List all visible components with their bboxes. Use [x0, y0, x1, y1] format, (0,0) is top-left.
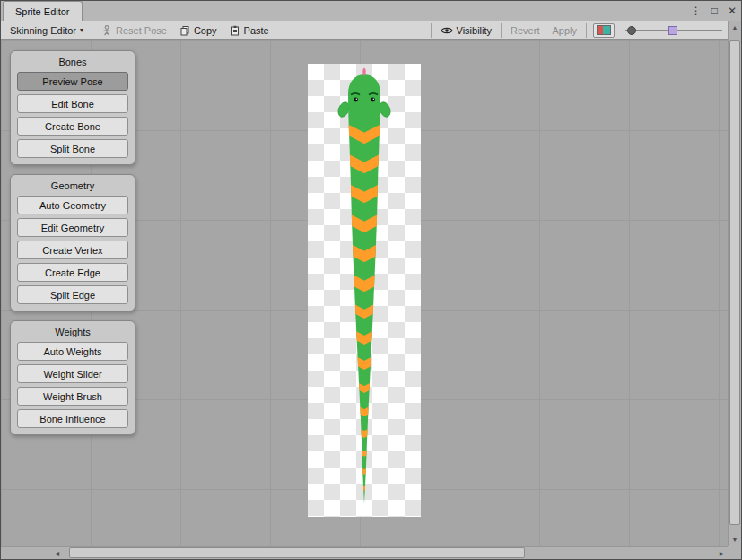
chevron-down-icon: ▾ — [80, 26, 83, 34]
maximize-icon[interactable]: □ — [711, 5, 718, 16]
titlebar-controls: ⋮ □ ✕ — [691, 1, 737, 21]
scroll-up-icon[interactable]: ▲ — [729, 21, 741, 33]
auto-geometry-button[interactable]: Auto Geometry — [17, 196, 128, 214]
skinning-editor-label: Skinning Editor — [10, 25, 76, 36]
sprite-texture-area[interactable] — [308, 64, 421, 517]
split-bone-button[interactable]: Split Bone — [17, 139, 128, 158]
snake-sprite — [308, 64, 421, 517]
tab-title: Sprite Editor — [15, 6, 70, 17]
split-edge-button[interactable]: Split Edge — [17, 285, 128, 304]
skinning-editor-dropdown[interactable]: Skinning Editor ▾ — [4, 22, 89, 39]
sprite-editor-window: Sprite Editor ⋮ □ ✕ Skinning Editor ▾ Re… — [0, 0, 742, 560]
sprite-color-icon — [597, 25, 611, 35]
bone-influence-button[interactable]: Bone Influence — [17, 409, 128, 428]
toolbar-separator — [431, 23, 432, 38]
horizontal-scrollbar[interactable]: ◄ ► — [1, 546, 728, 559]
sprite-color-button[interactable] — [593, 23, 615, 38]
copy-button[interactable]: Copy — [173, 22, 223, 39]
toolbar-left-group: Skinning Editor ▾ Reset Pose Copy — [4, 21, 275, 39]
toolbar-separator — [586, 23, 587, 38]
apply-button[interactable]: Apply — [546, 22, 583, 39]
close-icon[interactable]: ✕ — [728, 5, 737, 16]
paste-button[interactable]: Paste — [223, 22, 275, 39]
reset-pose-icon — [101, 25, 112, 36]
revert-label: Revert — [511, 25, 539, 36]
panel-bones: Bones Preview Pose Edit Bone Create Bone… — [10, 50, 135, 165]
panel-geometry: Geometry Auto Geometry Edit Geometry Cre… — [10, 174, 135, 311]
panel-bones-title: Bones — [11, 54, 135, 72]
vertical-scrollbar[interactable]: ▲ ▼ — [728, 21, 741, 546]
sprite-canvas[interactable]: Bones Preview Pose Edit Bone Create Bone… — [1, 40, 728, 546]
scroll-left-icon[interactable]: ◄ — [51, 547, 64, 559]
toolbar-right-group: Visibility Revert Apply — [428, 21, 724, 39]
create-vertex-button[interactable]: Create Vertex — [17, 241, 128, 259]
opacity-slider[interactable] — [624, 22, 724, 39]
panel-weights-title: Weights — [11, 324, 135, 342]
toolbar-separator — [501, 23, 502, 38]
scroll-down-icon[interactable]: ▼ — [729, 533, 741, 546]
edit-geometry-button[interactable]: Edit Geometry — [17, 218, 128, 237]
create-bone-button[interactable]: Create Bone — [17, 117, 128, 136]
weight-brush-button[interactable]: Weight Brush — [17, 387, 128, 406]
titlebar: Sprite Editor ⋮ □ ✕ — [1, 1, 741, 21]
apply-label: Apply — [552, 25, 577, 36]
scroll-right-icon[interactable]: ► — [715, 547, 728, 559]
copy-icon — [179, 25, 190, 36]
eye-icon — [441, 26, 453, 35]
weight-slider-button[interactable]: Weight Slider — [17, 364, 128, 383]
slider-purple-handle[interactable] — [668, 26, 677, 35]
visibility-toggle[interactable]: Visibility — [434, 22, 499, 39]
paste-label: Paste — [244, 25, 269, 36]
panel-geometry-title: Geometry — [11, 178, 135, 196]
panel-weights: Weights Auto Weights Weight Slider Weigh… — [10, 320, 135, 435]
visibility-label: Visibility — [457, 25, 493, 36]
preview-pose-button[interactable]: Preview Pose — [17, 72, 128, 91]
slider-knob[interactable] — [627, 26, 636, 35]
auto-weights-button[interactable]: Auto Weights — [17, 342, 128, 361]
reset-pose-label: Reset Pose — [116, 25, 167, 36]
horizontal-scrollbar-thumb[interactable] — [69, 547, 525, 558]
copy-label: Copy — [194, 25, 217, 36]
toolbar-separator — [92, 23, 92, 38]
paste-icon — [230, 25, 240, 36]
reset-pose-button[interactable]: Reset Pose — [95, 22, 173, 39]
revert-button[interactable]: Revert — [504, 22, 546, 39]
menu-icon[interactable]: ⋮ — [691, 5, 702, 16]
toolbar: Skinning Editor ▾ Reset Pose Copy — [1, 21, 728, 40]
tab-sprite-editor[interactable]: Sprite Editor — [3, 1, 83, 21]
edit-bone-button[interactable]: Edit Bone — [17, 94, 128, 113]
create-edge-button[interactable]: Create Edge — [17, 263, 128, 282]
scrollbar-corner — [728, 546, 741, 559]
vertical-scrollbar-thumb[interactable] — [729, 40, 740, 525]
